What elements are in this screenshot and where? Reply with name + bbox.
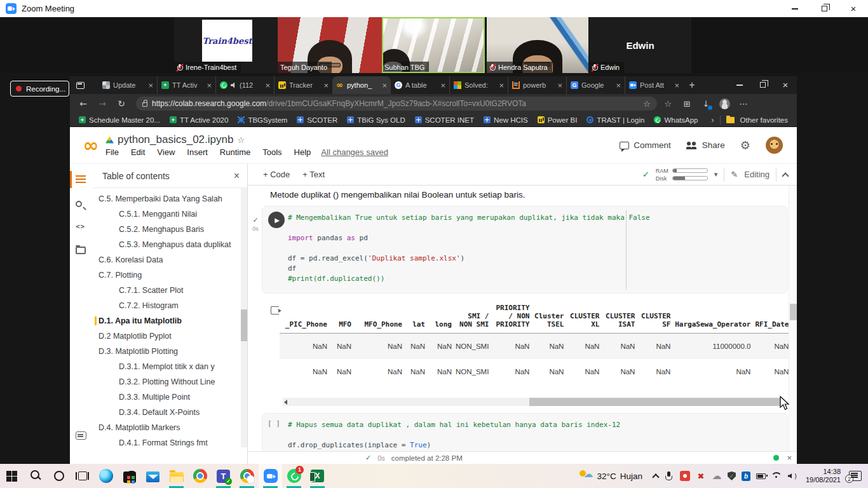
menu-file[interactable]: File	[105, 147, 119, 157]
files-icon[interactable]	[76, 247, 86, 254]
search-icon[interactable]	[76, 201, 82, 207]
taskbar-whatsapp-button[interactable]: 1	[282, 464, 306, 488]
bookmark-item[interactable]: TRAST | Login	[587, 116, 644, 124]
zoom-restore-button[interactable]	[810, 0, 839, 17]
toc-item[interactable]: D.4. Matplotlib Markers	[92, 420, 247, 435]
status-close-icon[interactable]: ×	[787, 453, 792, 463]
code-cell-1[interactable]: ▶ # Mengembalikan True untuk setiap bari…	[262, 206, 788, 294]
wifi-tray-icon[interactable]	[771, 471, 782, 481]
taskbar-teams-button[interactable]: ✓T	[212, 464, 235, 488]
toc-item[interactable]: C.7. Plotting	[92, 268, 247, 283]
new-tab-button[interactable]: +	[683, 76, 701, 94]
toc-item[interactable]: D.3.3. Multiple Point	[92, 390, 247, 405]
bookmark-item[interactable]: WhatsApp	[654, 116, 698, 124]
toc-item[interactable]: D.1. Apa itu Matplotlib	[92, 313, 247, 329]
participant-tile[interactable]: Train4bestIrene-Train4best	[174, 17, 278, 73]
menu-runtime[interactable]: Runtime	[220, 147, 250, 157]
participant-tile[interactable]: Hendra Saputra	[487, 17, 588, 73]
taskbar-excel-button[interactable]: X	[306, 464, 329, 488]
tab-close-icon[interactable]: ×	[148, 81, 153, 90]
bookmark-item[interactable]: SCOTER	[297, 116, 337, 124]
table-horizontal-scrollbar[interactable]	[283, 398, 782, 406]
browser-tab[interactable]: Solved:×	[449, 76, 508, 94]
bookmark-item[interactable]: Power BI	[538, 116, 578, 124]
participant-tile[interactable]: Subhan TBG	[382, 17, 485, 73]
terminal-icon[interactable]	[76, 431, 86, 440]
vertical-scrollbar-thumb[interactable]	[790, 304, 797, 320]
participant-tile[interactable]: EdwinEdwin	[589, 17, 691, 73]
taskbar-start-button[interactable]	[0, 464, 24, 488]
browser-restore-button[interactable]	[751, 76, 774, 93]
toc-toggle-icon[interactable]	[76, 175, 86, 183]
collections-icon[interactable]: ⊞	[679, 99, 695, 109]
recording-tray-icon[interactable]	[680, 471, 690, 481]
bookmark-item[interactable]: TBiG Sys OLD	[347, 116, 405, 124]
workspace-tray-icon[interactable]: ✖	[696, 471, 706, 481]
toc-item[interactable]: C.5. Memperbaiki Data Yang Salah	[92, 191, 247, 207]
browser-tab[interactable]: TT Activ×	[157, 76, 215, 94]
tray-expand-chevron[interactable]	[652, 473, 659, 480]
toc-item[interactable]: D.4.1. Format Strings fmt	[92, 435, 247, 451]
add-text-button[interactable]: + Text	[302, 170, 325, 179]
ram-disk-meter[interactable]: RAM Disk	[656, 168, 708, 182]
favorites-bar-icon[interactable]: ☆	[660, 99, 676, 109]
toc-item[interactable]: D.3.1. Memplot titik x dan y	[92, 359, 247, 374]
menu-insert[interactable]: Insert	[187, 147, 208, 157]
zoom-minimize-button[interactable]	[780, 0, 810, 17]
browser-tab[interactable]: Google×	[566, 76, 625, 94]
tab-close-icon[interactable]: ×	[440, 81, 445, 90]
comment-button[interactable]: Comment	[620, 140, 671, 150]
toc-item[interactable]: D.3. Matplotlib Plotting	[92, 344, 247, 359]
taskbar-chrome-button[interactable]	[188, 464, 212, 488]
toc-close-icon[interactable]: ×	[234, 170, 240, 182]
notebook-vertical-scrollbar[interactable]	[789, 186, 797, 451]
menu-edit[interactable]: Edit	[131, 147, 145, 157]
browser-tab[interactable]: A table×	[391, 76, 449, 94]
taskbar-clock[interactable]: 14:38 19/08/2021	[803, 468, 843, 484]
taskbar-cortana-button[interactable]	[47, 464, 71, 488]
bookmark-item[interactable]: SCOTER INET	[415, 116, 474, 124]
save-status[interactable]: All changes saved	[321, 147, 388, 157]
browser-menu-icon[interactable]: ⋯	[735, 99, 752, 109]
menu-tools[interactable]: Tools	[262, 147, 281, 157]
taskbar-file-explorer-button[interactable]	[165, 464, 188, 488]
browser-tab[interactable]: Tracker×	[274, 76, 332, 94]
toc-item[interactable]: C.6. Korelasi Data	[92, 252, 247, 268]
code-cell-2[interactable]: [ ] # Hapus semua data duplikat , dalam …	[262, 413, 788, 451]
tab-close-icon[interactable]: ×	[382, 81, 387, 90]
tab-close-icon[interactable]: ×	[616, 81, 621, 90]
taskbar-store-button[interactable]	[118, 464, 141, 488]
account-avatar[interactable]	[766, 137, 783, 154]
volume-tray-icon[interactable]	[787, 471, 797, 481]
star-notebook-icon[interactable]: ☆	[237, 135, 245, 145]
notebook-filename[interactable]: python_basics_02.ipynb	[118, 133, 233, 146]
browser-tab[interactable]: python_×	[332, 76, 391, 94]
taskbar-chrome-profile-button[interactable]	[235, 464, 259, 488]
onedrive-tray-icon[interactable]: ☁	[712, 471, 722, 481]
tab-close-icon[interactable]: ×	[557, 81, 562, 90]
code-editor-2[interactable]: # Hapus semua data duplikat , dalam hal …	[262, 414, 787, 451]
toc-item[interactable]: C.5.3. Menghapus data duplikat	[92, 237, 247, 252]
toc-item[interactable]: C.5.1. Mengganti Nilai	[92, 207, 247, 222]
defender-tray-icon[interactable]	[728, 471, 736, 480]
taskbar-search-button[interactable]	[24, 464, 47, 488]
zoom-close-button[interactable]: ×	[839, 0, 868, 17]
colab-logo[interactable]: ∞	[76, 131, 105, 160]
scroll-left-arrow[interactable]	[284, 400, 287, 405]
browser-tab[interactable]: (112×	[215, 76, 274, 94]
bookmark-item[interactable]: TT Active 2020	[170, 116, 229, 124]
toc-item[interactable]: C.5.2. Menghapus Baris	[92, 222, 247, 237]
browser-tab[interactable]: powerb×	[508, 76, 566, 94]
tab-audio-icon[interactable]	[231, 83, 236, 88]
menu-help[interactable]: Help	[294, 147, 311, 157]
address-bar[interactable]: https://colab.research.google.com/drive/…	[136, 97, 657, 111]
taskbar-task-view-button[interactable]	[71, 464, 94, 488]
tab-close-icon[interactable]: ×	[265, 81, 270, 90]
toc-item[interactable]: C.7.2. Histogram	[92, 298, 247, 313]
browser-close-button[interactable]: ×	[774, 76, 797, 93]
browser-tab[interactable]: Post Att×	[625, 76, 683, 94]
tab-close-icon[interactable]: ×	[674, 81, 679, 90]
weather-widget[interactable]: 32°C Hujan	[574, 470, 647, 482]
recording-popout-icon[interactable]	[76, 82, 85, 89]
downloads-icon[interactable]: ↓	[698, 99, 714, 109]
